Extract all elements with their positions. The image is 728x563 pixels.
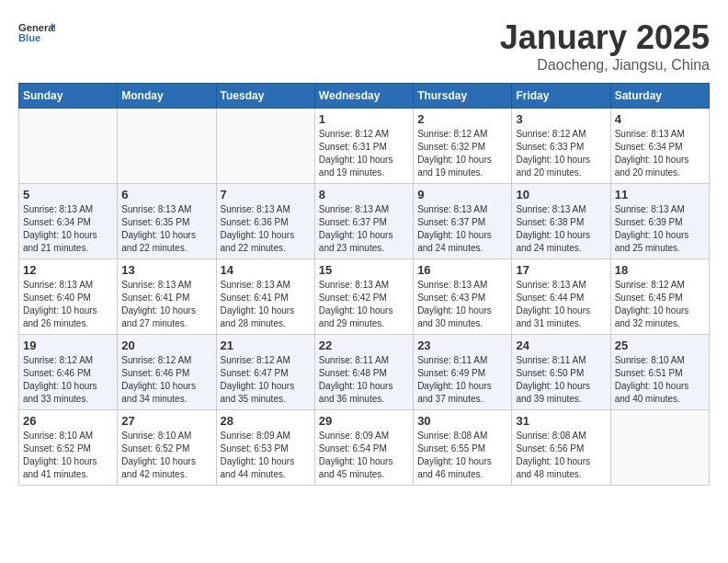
calendar-cell: 27Sunrise: 8:10 AM Sunset: 6:52 PM Dayli… bbox=[118, 410, 216, 486]
calendar-cell: 4Sunrise: 8:13 AM Sunset: 6:34 PM Daylig… bbox=[610, 109, 709, 184]
day-number: 22 bbox=[319, 339, 409, 352]
day-info: Sunrise: 8:13 AM Sunset: 6:40 PM Dayligh… bbox=[23, 279, 113, 330]
calendar-cell: 22Sunrise: 8:11 AM Sunset: 6:48 PM Dayli… bbox=[314, 335, 413, 410]
day-info: Sunrise: 8:13 AM Sunset: 6:38 PM Dayligh… bbox=[516, 203, 606, 255]
day-number: 18 bbox=[615, 263, 705, 277]
day-info: Sunrise: 8:10 AM Sunset: 6:52 PM Dayligh… bbox=[23, 430, 113, 481]
calendar-header-row: SundayMondayTuesdayWednesdayThursdayFrid… bbox=[19, 84, 710, 109]
day-number: 23 bbox=[417, 339, 507, 352]
calendar-cell: 10Sunrise: 8:13 AM Sunset: 6:38 PM Dayli… bbox=[512, 184, 610, 259]
calendar-week-3: 12Sunrise: 8:13 AM Sunset: 6:40 PM Dayli… bbox=[19, 259, 710, 335]
calendar-cell: 12Sunrise: 8:13 AM Sunset: 6:40 PM Dayli… bbox=[19, 259, 118, 335]
calendar-cell: 28Sunrise: 8:09 AM Sunset: 6:53 PM Dayli… bbox=[216, 410, 314, 486]
day-number: 31 bbox=[516, 414, 606, 428]
day-number: 20 bbox=[121, 339, 211, 352]
day-number: 7 bbox=[221, 188, 311, 201]
day-info: Sunrise: 8:12 AM Sunset: 6:45 PM Dayligh… bbox=[615, 279, 705, 330]
title-block: January 2025 Daocheng, Jiangsu, China bbox=[500, 18, 710, 74]
day-number: 21 bbox=[221, 339, 311, 352]
calendar-cell: 1Sunrise: 8:12 AM Sunset: 6:31 PM Daylig… bbox=[314, 109, 413, 184]
calendar-cell: 2Sunrise: 8:12 AM Sunset: 6:32 PM Daylig… bbox=[414, 109, 512, 184]
calendar-cell bbox=[19, 109, 118, 184]
day-number: 5 bbox=[23, 188, 113, 201]
day-number: 15 bbox=[319, 263, 409, 277]
day-number: 8 bbox=[319, 188, 409, 201]
calendar-cell: 26Sunrise: 8:10 AM Sunset: 6:52 PM Dayli… bbox=[19, 410, 118, 486]
svg-text:General: General bbox=[18, 22, 55, 33]
day-number: 1 bbox=[319, 112, 409, 126]
calendar-cell: 24Sunrise: 8:11 AM Sunset: 6:50 PM Dayli… bbox=[512, 335, 610, 410]
day-number: 10 bbox=[516, 188, 606, 201]
day-info: Sunrise: 8:12 AM Sunset: 6:47 PM Dayligh… bbox=[221, 354, 311, 406]
calendar-cell: 11Sunrise: 8:13 AM Sunset: 6:39 PM Dayli… bbox=[610, 184, 709, 259]
day-info: Sunrise: 8:08 AM Sunset: 6:56 PM Dayligh… bbox=[516, 430, 606, 481]
calendar-cell bbox=[118, 109, 216, 184]
month-title: January 2025 bbox=[500, 18, 710, 57]
calendar-cell: 30Sunrise: 8:08 AM Sunset: 6:55 PM Dayli… bbox=[414, 410, 512, 486]
day-info: Sunrise: 8:13 AM Sunset: 6:41 PM Dayligh… bbox=[121, 279, 211, 330]
day-number: 29 bbox=[319, 414, 409, 428]
calendar-cell: 15Sunrise: 8:13 AM Sunset: 6:42 PM Dayli… bbox=[314, 259, 413, 335]
calendar-cell: 6Sunrise: 8:13 AM Sunset: 6:35 PM Daylig… bbox=[118, 184, 216, 259]
day-info: Sunrise: 8:13 AM Sunset: 6:37 PM Dayligh… bbox=[417, 203, 507, 255]
weekday-header-monday: Monday bbox=[118, 84, 216, 109]
day-info: Sunrise: 8:12 AM Sunset: 6:46 PM Dayligh… bbox=[121, 354, 211, 406]
calendar-cell: 25Sunrise: 8:10 AM Sunset: 6:51 PM Dayli… bbox=[610, 335, 709, 410]
location: Daocheng, Jiangsu, China bbox=[500, 57, 710, 74]
day-number: 19 bbox=[23, 339, 113, 352]
day-number: 11 bbox=[615, 188, 705, 201]
day-number: 27 bbox=[121, 414, 211, 428]
generalblue-icon: General Blue bbox=[18, 18, 55, 46]
calendar-cell: 23Sunrise: 8:11 AM Sunset: 6:49 PM Dayli… bbox=[414, 335, 512, 410]
day-number: 17 bbox=[516, 263, 606, 277]
day-info: Sunrise: 8:13 AM Sunset: 6:34 PM Dayligh… bbox=[23, 203, 113, 255]
day-info: Sunrise: 8:13 AM Sunset: 6:39 PM Dayligh… bbox=[615, 203, 705, 255]
day-info: Sunrise: 8:13 AM Sunset: 6:37 PM Dayligh… bbox=[319, 203, 409, 255]
calendar-cell: 14Sunrise: 8:13 AM Sunset: 6:41 PM Dayli… bbox=[216, 259, 314, 335]
day-info: Sunrise: 8:13 AM Sunset: 6:42 PM Dayligh… bbox=[319, 279, 409, 330]
calendar-cell: 20Sunrise: 8:12 AM Sunset: 6:46 PM Dayli… bbox=[118, 335, 216, 410]
day-info: Sunrise: 8:12 AM Sunset: 6:31 PM Dayligh… bbox=[319, 128, 409, 179]
calendar-cell: 9Sunrise: 8:13 AM Sunset: 6:37 PM Daylig… bbox=[414, 184, 512, 259]
calendar-week-5: 26Sunrise: 8:10 AM Sunset: 6:52 PM Dayli… bbox=[19, 410, 710, 486]
day-info: Sunrise: 8:12 AM Sunset: 6:33 PM Dayligh… bbox=[516, 128, 606, 179]
day-number: 24 bbox=[516, 339, 606, 352]
weekday-header-wednesday: Wednesday bbox=[314, 84, 413, 109]
weekday-header-thursday: Thursday bbox=[414, 84, 512, 109]
day-number: 3 bbox=[516, 112, 606, 126]
day-number: 2 bbox=[417, 112, 507, 126]
day-info: Sunrise: 8:13 AM Sunset: 6:36 PM Dayligh… bbox=[221, 203, 311, 255]
calendar-cell: 8Sunrise: 8:13 AM Sunset: 6:37 PM Daylig… bbox=[314, 184, 413, 259]
calendar-cell: 13Sunrise: 8:13 AM Sunset: 6:41 PM Dayli… bbox=[118, 259, 216, 335]
calendar-cell: 7Sunrise: 8:13 AM Sunset: 6:36 PM Daylig… bbox=[216, 184, 314, 259]
day-info: Sunrise: 8:13 AM Sunset: 6:43 PM Dayligh… bbox=[417, 279, 507, 330]
calendar-cell: 21Sunrise: 8:12 AM Sunset: 6:47 PM Dayli… bbox=[216, 335, 314, 410]
logo: General Blue bbox=[18, 18, 55, 46]
day-number: 13 bbox=[121, 263, 211, 277]
day-number: 4 bbox=[615, 112, 705, 126]
day-info: Sunrise: 8:08 AM Sunset: 6:55 PM Dayligh… bbox=[417, 430, 507, 481]
day-info: Sunrise: 8:13 AM Sunset: 6:44 PM Dayligh… bbox=[516, 279, 606, 330]
calendar-body: 1Sunrise: 8:12 AM Sunset: 6:31 PM Daylig… bbox=[19, 109, 710, 486]
day-info: Sunrise: 8:10 AM Sunset: 6:52 PM Dayligh… bbox=[121, 430, 211, 481]
page-header: General Blue January 2025 Daocheng, Jian… bbox=[18, 18, 710, 74]
weekday-header-tuesday: Tuesday bbox=[216, 84, 314, 109]
day-info: Sunrise: 8:13 AM Sunset: 6:34 PM Dayligh… bbox=[615, 128, 705, 179]
day-info: Sunrise: 8:11 AM Sunset: 6:49 PM Dayligh… bbox=[417, 354, 507, 406]
calendar-week-1: 1Sunrise: 8:12 AM Sunset: 6:31 PM Daylig… bbox=[19, 109, 710, 184]
svg-text:Blue: Blue bbox=[18, 32, 40, 43]
weekday-header-friday: Friday bbox=[512, 84, 610, 109]
day-info: Sunrise: 8:09 AM Sunset: 6:53 PM Dayligh… bbox=[221, 430, 311, 481]
weekday-header-sunday: Sunday bbox=[19, 84, 118, 109]
calendar-week-2: 5Sunrise: 8:13 AM Sunset: 6:34 PM Daylig… bbox=[19, 184, 710, 259]
calendar-table: SundayMondayTuesdayWednesdayThursdayFrid… bbox=[18, 83, 710, 486]
day-info: Sunrise: 8:12 AM Sunset: 6:46 PM Dayligh… bbox=[23, 354, 113, 406]
calendar-cell: 5Sunrise: 8:13 AM Sunset: 6:34 PM Daylig… bbox=[19, 184, 118, 259]
day-number: 14 bbox=[221, 263, 311, 277]
day-number: 26 bbox=[23, 414, 113, 428]
day-number: 25 bbox=[615, 339, 705, 352]
day-number: 12 bbox=[23, 263, 113, 277]
calendar-cell bbox=[610, 410, 709, 486]
day-info: Sunrise: 8:10 AM Sunset: 6:51 PM Dayligh… bbox=[615, 354, 705, 406]
calendar-cell: 17Sunrise: 8:13 AM Sunset: 6:44 PM Dayli… bbox=[512, 259, 610, 335]
